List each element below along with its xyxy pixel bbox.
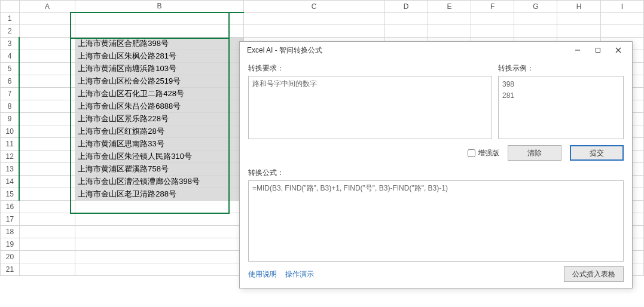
cell-D2[interactable] <box>384 25 428 38</box>
row-header-20[interactable]: 20 <box>1 251 20 263</box>
cell-A18[interactable] <box>19 226 75 238</box>
cell-A5[interactable] <box>19 63 75 75</box>
col-header-C[interactable]: C <box>243 1 384 13</box>
cell-E1[interactable] <box>428 13 471 25</box>
row-header-5[interactable]: 5 <box>1 63 20 75</box>
cell-A9[interactable] <box>19 113 75 125</box>
cell-G1[interactable] <box>514 13 557 25</box>
cell-A8[interactable] <box>19 100 75 113</box>
row-header-7[interactable]: 7 <box>1 88 20 100</box>
cell-A17[interactable] <box>19 213 75 226</box>
cell-C1[interactable] <box>243 13 384 25</box>
cell-I1[interactable] <box>600 13 643 25</box>
cell-B3[interactable]: 上海市黄浦区合肥路398号 <box>75 38 243 50</box>
row-header-16[interactable]: 16 <box>1 201 20 213</box>
cell-B4[interactable]: 上海市金山区朱枫公路281号 <box>75 50 243 63</box>
insert-formula-button[interactable]: 公式插入表格 <box>564 266 624 282</box>
formula-textarea[interactable] <box>248 180 624 262</box>
cell-A13[interactable] <box>19 163 75 176</box>
col-header-I[interactable]: I <box>600 1 643 13</box>
cell-A20[interactable] <box>19 251 75 263</box>
close-button[interactable] <box>608 44 628 57</box>
row-header-9[interactable]: 9 <box>1 113 20 125</box>
col-header-F[interactable]: F <box>471 1 514 13</box>
row-header-2[interactable]: 2 <box>1 25 20 38</box>
cell-A1[interactable] <box>19 13 75 25</box>
cell-D1[interactable] <box>384 13 428 25</box>
cell-B11[interactable]: 上海市黄浦区思南路33号 <box>75 138 243 151</box>
cell-A7[interactable] <box>19 88 75 100</box>
row-header-14[interactable]: 14 <box>1 176 20 188</box>
cell-B12[interactable]: 上海市金山区朱泾镇人民路310号 <box>75 151 243 163</box>
cell-G2[interactable] <box>514 25 557 38</box>
cell-A12[interactable] <box>19 151 75 163</box>
row-header-6[interactable]: 6 <box>1 75 20 88</box>
example-textarea[interactable] <box>498 76 624 139</box>
row-header-19[interactable]: 19 <box>1 238 20 251</box>
excel-ai-dialog[interactable]: Excel AI - 智问转换公式 转换要求： 转换示例： <box>239 41 633 288</box>
cell-B15[interactable]: 上海市金山区老卫清路288号 <box>75 188 243 201</box>
cell-B18[interactable] <box>75 226 243 238</box>
cell-A14[interactable] <box>19 176 75 188</box>
row-header-17[interactable]: 17 <box>1 213 20 226</box>
demo-link[interactable]: 操作演示 <box>285 269 314 280</box>
cell-B14[interactable]: 上海市金山区漕泾镇漕廊公路398号 <box>75 176 243 188</box>
cell-A2[interactable] <box>19 25 75 38</box>
cell-A21[interactable] <box>19 263 75 276</box>
cell-B21[interactable] <box>75 263 243 276</box>
cell-I2[interactable] <box>600 25 643 38</box>
col-header-D[interactable]: D <box>384 1 428 13</box>
cell-C2[interactable] <box>243 25 384 38</box>
col-header-A[interactable]: A <box>19 1 75 13</box>
cell-A19[interactable] <box>19 238 75 251</box>
cell-A11[interactable] <box>19 138 75 151</box>
help-link[interactable]: 使用说明 <box>248 269 277 280</box>
cell-B19[interactable] <box>75 238 243 251</box>
row-header-12[interactable]: 12 <box>1 151 20 163</box>
cell-B1[interactable] <box>75 13 243 25</box>
cell-B2[interactable] <box>75 25 243 38</box>
enhanced-checkbox[interactable] <box>468 149 475 157</box>
col-header-H[interactable]: H <box>557 1 600 13</box>
cell-A15[interactable] <box>19 188 75 201</box>
cell-A16[interactable] <box>19 201 75 213</box>
row-header-13[interactable]: 13 <box>1 163 20 176</box>
cell-B10[interactable]: 上海市金山区红旗路28号 <box>75 125 243 138</box>
cell-A6[interactable] <box>19 75 75 88</box>
row-header-11[interactable]: 11 <box>1 138 20 151</box>
row-header-18[interactable]: 18 <box>1 226 20 238</box>
cell-H1[interactable] <box>557 13 600 25</box>
row-header-21[interactable]: 21 <box>1 263 20 276</box>
cell-B6[interactable]: 上海市金山区松金公路2519号 <box>75 75 243 88</box>
cell-H2[interactable] <box>557 25 600 38</box>
cell-A3[interactable] <box>19 38 75 50</box>
cell-B8[interactable]: 上海市金山区朱吕公路6888号 <box>75 100 243 113</box>
maximize-button[interactable] <box>588 44 608 57</box>
cell-B20[interactable] <box>75 251 243 263</box>
submit-button[interactable]: 提交 <box>570 145 624 161</box>
cell-B9[interactable]: 上海市金山区景乐路228号 <box>75 113 243 125</box>
cell-F1[interactable] <box>471 13 514 25</box>
cell-A10[interactable] <box>19 125 75 138</box>
col-header-E[interactable]: E <box>428 1 471 13</box>
cell-B13[interactable]: 上海市黄浦区瞿溪路758号 <box>75 163 243 176</box>
corner-cell[interactable] <box>1 1 20 13</box>
row-header-15[interactable]: 15 <box>1 188 20 201</box>
minimize-button[interactable] <box>567 44 588 57</box>
row-header-8[interactable]: 8 <box>1 100 20 113</box>
cell-B7[interactable]: 上海市金山区石化卫二路428号 <box>75 88 243 100</box>
col-header-G[interactable]: G <box>514 1 557 13</box>
row-header-4[interactable]: 4 <box>1 50 20 63</box>
row-header-10[interactable]: 10 <box>1 125 20 138</box>
cell-A4[interactable] <box>19 50 75 63</box>
cell-B17[interactable] <box>75 213 243 226</box>
dialog-titlebar[interactable]: Excel AI - 智问转换公式 <box>240 42 632 59</box>
cell-B16[interactable] <box>75 201 243 213</box>
cell-F2[interactable] <box>471 25 514 38</box>
request-textarea[interactable] <box>248 76 492 139</box>
row-header-1[interactable]: 1 <box>1 13 20 25</box>
row-header-3[interactable]: 3 <box>1 38 20 50</box>
col-header-B[interactable]: B <box>75 1 243 13</box>
clear-button[interactable]: 清除 <box>508 145 561 161</box>
enhanced-checkbox-label[interactable]: 增强版 <box>468 148 499 158</box>
